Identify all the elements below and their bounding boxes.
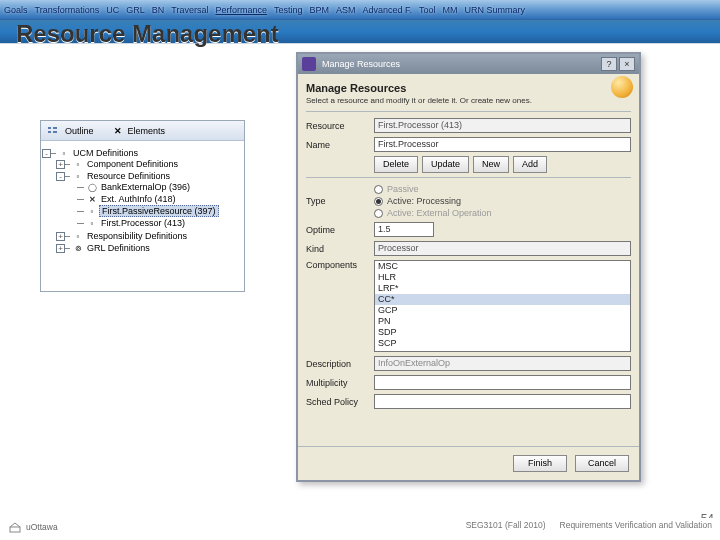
nav-tool[interactable]: Tool (419, 5, 436, 15)
nav-bpm[interactable]: BPM (309, 5, 329, 15)
resource-select[interactable]: First.Processor (413) (374, 118, 631, 133)
component-item[interactable]: CC* (375, 294, 630, 305)
nav-uc[interactable]: UC (106, 5, 119, 15)
component-item[interactable]: SDF (375, 349, 630, 352)
component-item[interactable]: LRF* (375, 283, 630, 294)
optime-label: Optime (306, 225, 374, 235)
outline-icon (47, 125, 59, 137)
tree-root[interactable]: -▫UCM Definitions +▫Component Definition… (45, 147, 240, 255)
badge-icon (611, 76, 633, 98)
dialog-title: Manage Resources (322, 59, 400, 69)
help-icon[interactable]: ? (601, 57, 617, 71)
footer-topic: Requirements Verification and Validation (560, 520, 712, 530)
update-button[interactable]: Update (422, 156, 469, 173)
component-item[interactable]: GCP (375, 305, 630, 316)
component-item[interactable]: MSC (375, 261, 630, 272)
tree-node[interactable]: +▫Responsibility Definitions (59, 230, 240, 242)
elements-tab-x: ✕ (114, 126, 122, 136)
description-readonly: InfoOnExternalOp (374, 356, 631, 371)
nav-bn[interactable]: BN (152, 5, 165, 15)
elements-tab[interactable]: Elements (128, 126, 166, 136)
svg-rect-3 (53, 131, 57, 133)
kind-select[interactable]: Processor (374, 241, 631, 256)
add-button[interactable]: Add (513, 156, 547, 173)
type-active-processing-radio[interactable]: Active: Processing (374, 196, 492, 206)
multiplicity-label: Multiplicity (306, 378, 374, 388)
tree-node[interactable]: +▫Component Definitions (59, 158, 240, 170)
close-icon[interactable]: × (619, 57, 635, 71)
svg-rect-2 (53, 127, 57, 129)
schedpolicy-label: Sched Policy (306, 397, 374, 407)
svg-rect-0 (48, 127, 51, 129)
nav-advanced-f-[interactable]: Advanced F. (363, 5, 413, 15)
nav-urn-summary[interactable]: URN Summary (465, 5, 526, 15)
nav-transformations[interactable]: Transformations (35, 5, 100, 15)
finish-button[interactable]: Finish (513, 455, 567, 472)
nav-mm[interactable]: MM (443, 5, 458, 15)
app-icon (302, 57, 316, 71)
components-listbox[interactable]: MSCHLRLRF*CC*GCPPNSDPSCPSDF (374, 260, 631, 352)
svg-rect-4 (10, 527, 20, 532)
expand-icon[interactable]: - (56, 172, 65, 181)
tree-node[interactable]: +⊚GRL Definitions (59, 242, 240, 254)
tree-leaf[interactable]: ◯BankExternalOp (396) (73, 181, 240, 193)
nav-grl[interactable]: GRL (126, 5, 145, 15)
name-label: Name (306, 140, 374, 150)
cancel-button[interactable]: Cancel (575, 455, 629, 472)
nav-goals[interactable]: Goals (4, 5, 28, 15)
schedpolicy-input[interactable] (374, 394, 631, 409)
nav-traversal[interactable]: Traversal (171, 5, 208, 15)
expand-icon[interactable]: + (56, 160, 65, 169)
nav-testing[interactable]: Testing (274, 5, 303, 15)
type-label: Type (306, 196, 374, 206)
component-item[interactable]: PN (375, 316, 630, 327)
dialog-subtitle: Select a resource and modify it or delet… (306, 96, 631, 105)
dialog-heading: Manage Resources (306, 82, 631, 94)
outline-panel: Outline ✕ Elements -▫UCM Definitions +▫C… (40, 120, 245, 292)
tree-node[interactable]: -▫Resource Definitions ◯BankExternalOp (… (59, 170, 240, 230)
svg-rect-1 (48, 131, 51, 133)
component-item[interactable]: HLR (375, 272, 630, 283)
dialog-titlebar[interactable]: Manage Resources ? × (298, 54, 639, 74)
expand-icon[interactable]: + (56, 232, 65, 241)
expand-icon[interactable]: + (56, 244, 65, 253)
outline-tab[interactable]: Outline (65, 126, 94, 136)
component-item[interactable]: SDP (375, 327, 630, 338)
kind-label: Kind (306, 244, 374, 254)
optime-input[interactable]: 1.5 (374, 222, 434, 237)
university-logo: uOttawa (8, 520, 58, 534)
footer-course: SEG3101 (Fall 2010) (466, 520, 546, 530)
description-label: Description (306, 359, 374, 369)
name-input[interactable]: First.Processor (374, 137, 631, 152)
expand-icon[interactable]: - (42, 149, 51, 158)
components-label: Components (306, 260, 374, 270)
type-passive-radio[interactable]: Passive (374, 184, 492, 194)
tree-leaf-selected[interactable]: ▫First.PassiveResource (397) (73, 205, 240, 217)
page-title: Resource Management (16, 20, 279, 48)
manage-resources-dialog: Manage Resources ? × Manage Resources Se… (296, 52, 641, 482)
multiplicity-input[interactable] (374, 375, 631, 390)
tree-leaf[interactable]: ✕Ext. AuthInfo (418) (73, 193, 240, 205)
type-active-external-radio[interactable]: Active: External Operation (374, 208, 492, 218)
delete-button[interactable]: Delete (374, 156, 418, 173)
component-item[interactable]: SCP (375, 338, 630, 349)
new-button[interactable]: New (473, 156, 509, 173)
tree-leaf[interactable]: ▫First.Processor (413) (73, 217, 240, 229)
nav-asm[interactable]: ASM (336, 5, 356, 15)
resource-label: Resource (306, 121, 374, 131)
nav-performance[interactable]: Performance (215, 5, 267, 15)
